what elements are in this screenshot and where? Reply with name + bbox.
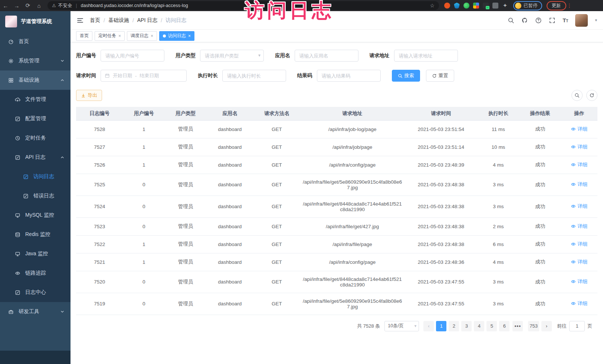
sidebar-item-infra[interactable]: 基础设施 <box>0 70 71 90</box>
sidebar-item-dev-tools[interactable]: 研发工具 <box>0 302 71 321</box>
breadcrumb-api-log[interactable]: API 日志 <box>137 17 157 24</box>
next-page-button[interactable]: › <box>541 321 552 331</box>
sidebar-item-config[interactable]: 配置管理 <box>0 109 71 128</box>
page-button-5[interactable]: 5 <box>486 321 497 331</box>
result-code-input[interactable] <box>317 70 381 82</box>
hamburger-icon[interactable] <box>76 17 84 24</box>
detail-link[interactable]: 详细 <box>571 300 587 307</box>
close-icon[interactable]: × <box>188 33 191 39</box>
eye-icon <box>571 259 576 265</box>
tab-job[interactable]: 定时任务× <box>95 31 125 41</box>
cell-method: GET <box>253 174 300 196</box>
table-row: 7524 0 管理员 dashboard GET /api/infra/file… <box>76 196 597 217</box>
reload-icon[interactable]: ⟳ <box>22 2 33 9</box>
extension-icon-android[interactable]: an <box>483 3 489 9</box>
detail-link[interactable]: 详细 <box>571 181 587 188</box>
font-size-icon[interactable]: TT <box>563 17 568 23</box>
cell-user-type: 管理员 <box>165 271 206 293</box>
detail-link[interactable]: 详细 <box>571 278 587 285</box>
page-button-3[interactable]: 3 <box>461 321 472 331</box>
sidebar-item-home[interactable]: 首页 <box>0 32 71 51</box>
detail-link[interactable]: 详细 <box>571 144 587 150</box>
tab-home[interactable]: 首页 <box>76 31 92 41</box>
page-button-6[interactable]: 6 <box>499 321 509 331</box>
update-label: 更新 <box>552 3 561 9</box>
toggle-search-button[interactable] <box>571 90 583 101</box>
close-icon[interactable]: × <box>118 33 121 39</box>
sidebar-item-api-log[interactable]: API 日志 <box>0 148 71 167</box>
help-icon[interactable] <box>535 17 542 24</box>
github-icon[interactable] <box>521 17 528 24</box>
page-button-1[interactable]: 1 <box>436 321 446 331</box>
reset-button[interactable]: 重置 <box>426 70 454 82</box>
sidebar-item-error-log[interactable]: 错误日志 <box>0 186 71 206</box>
breadcrumb-home[interactable]: 首页 <box>90 17 100 24</box>
sidebar-item-label: Java 监控 <box>25 250 48 257</box>
gear-icon <box>8 58 14 64</box>
extension-icon-gray[interactable] <box>492 3 498 9</box>
search-button-label: 搜索 <box>404 72 414 79</box>
table-row: 7519 0 管理员 dashboard GET /api/infra/file… <box>76 293 597 315</box>
extension-icon-green[interactable] <box>463 3 469 9</box>
cell-duration: 3 ms <box>478 271 519 293</box>
extension-icon-grid[interactable] <box>473 3 479 9</box>
detail-link[interactable]: 详细 <box>571 241 587 247</box>
detail-link[interactable]: 详细 <box>571 126 587 132</box>
detail-link[interactable]: 详细 <box>571 259 587 265</box>
menu-dots-icon[interactable]: ⋮ <box>567 3 572 9</box>
app-name-input[interactable] <box>295 50 358 62</box>
sidebar-item-mysql[interactable]: MySQL 监控 <box>0 206 71 225</box>
extension-icon-orange[interactable] <box>444 3 450 9</box>
date-range-input[interactable]: 开始日期 - 结束日期 <box>101 70 187 82</box>
tab-job-log[interactable]: 调度日志× <box>127 31 157 41</box>
bookmark-star-icon[interactable]: ☆ <box>430 3 435 9</box>
sidebar-item-java[interactable]: Java 监控 <box>0 244 71 263</box>
close-icon[interactable]: × <box>151 33 153 39</box>
page-button-4[interactable]: 4 <box>474 321 484 331</box>
page-button-last[interactable]: 753 <box>528 321 539 331</box>
sidebar-item-job[interactable]: 定时任务 <box>0 128 71 148</box>
fullscreen-icon[interactable] <box>549 17 556 24</box>
sidebar-item-log-center[interactable]: 日志中心 <box>0 283 71 302</box>
back-icon[interactable]: ← <box>0 3 11 9</box>
tab-access-log[interactable]: 访问日志× <box>159 31 194 41</box>
detail-link[interactable]: 详细 <box>571 223 587 230</box>
browser-home-icon[interactable]: ⌂ <box>33 3 45 9</box>
jump-page-input[interactable] <box>569 321 585 331</box>
page-size-select[interactable]: 10条/页 ▾ <box>384 321 419 331</box>
user-id-input[interactable] <box>101 50 164 62</box>
extension-icon-pin[interactable]: ✦ <box>502 2 508 9</box>
profile-paused-pill[interactable]: 已暂停 <box>513 1 542 10</box>
caret-down-icon[interactable]: ▾ <box>595 18 597 23</box>
forward-icon[interactable]: → <box>11 3 22 9</box>
sidebar-item-access-log[interactable]: 访问日志 <box>0 167 71 186</box>
duration-input[interactable] <box>222 70 286 82</box>
sidebar-item-redis[interactable]: Redis 监控 <box>0 225 71 244</box>
user-type-select[interactable] <box>200 50 264 62</box>
refresh-table-button[interactable] <box>586 90 597 101</box>
detail-link[interactable]: 详细 <box>571 203 587 210</box>
request-url-input[interactable] <box>394 50 458 62</box>
date-end-placeholder: 结束日期 <box>140 72 159 79</box>
sidebar-submenu-infra: 文件管理 配置管理 定时任务 API 日志 访问日志 错误日志 <box>0 90 71 302</box>
edit-icon <box>15 155 20 160</box>
sidebar-item-system[interactable]: 系统管理 <box>0 51 71 70</box>
export-button[interactable]: 导出 <box>76 90 102 101</box>
page-button-2[interactable]: 2 <box>449 321 459 331</box>
search-button[interactable]: 搜索 <box>392 70 420 82</box>
sidebar-item-trace[interactable]: 链路追踪 <box>0 263 71 283</box>
extension-icon-shield[interactable] <box>454 3 460 9</box>
field-label: 请求地址 <box>370 52 390 59</box>
prev-page-button[interactable]: ‹ <box>423 321 434 331</box>
update-button[interactable]: 更新 <box>547 1 566 10</box>
search-icon[interactable] <box>508 17 514 24</box>
cell-log-id: 7525 <box>76 174 123 196</box>
breadcrumb-infra[interactable]: 基础设施 <box>108 17 129 24</box>
detail-link[interactable]: 详细 <box>571 161 587 168</box>
user-avatar[interactable] <box>575 14 588 27</box>
address-bar[interactable]: ⚠ 不安全 | dashboard.yudao.iocoder.cn/infra… <box>47 1 439 10</box>
cell-url: /api/infra/file/get/5e8609290e915c4fa8b0… <box>300 293 404 315</box>
cell-duration: 2 ms <box>478 217 519 235</box>
more-pages-button[interactable]: ••• <box>512 321 523 331</box>
sidebar-item-file[interactable]: 文件管理 <box>0 90 71 109</box>
